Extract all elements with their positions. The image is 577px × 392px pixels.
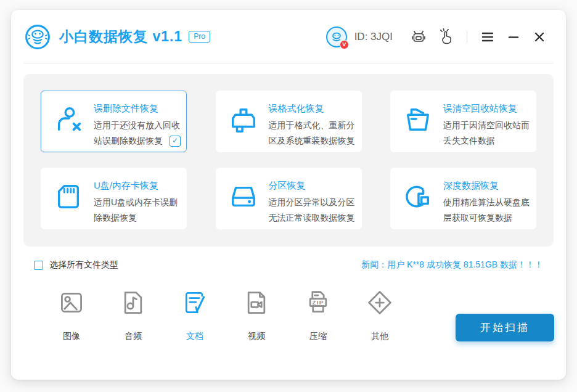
audio-file-icon <box>120 289 147 316</box>
svg-text:ZIP: ZIP <box>312 299 324 306</box>
minimize-button[interactable] <box>505 29 522 45</box>
pro-badge: Pro <box>189 31 210 43</box>
file-type-label: 音频 <box>120 331 147 342</box>
app-window: 小白数据恢复 v1.1 Pro V ID: 3JQI <box>11 10 566 380</box>
file-type-archive[interactable]: ZIP 压缩 <box>305 289 332 342</box>
title-bar: 小白数据恢复 v1.1 Pro V ID: 3JQI <box>11 10 566 63</box>
menu-button[interactable] <box>480 29 496 45</box>
card-description: 适用U盘或内存卡误删除数据恢复 <box>94 195 180 226</box>
card-title: 深度数据恢复 <box>443 180 530 192</box>
recovery-modes-panel: 误删除文件恢复 适用于还没有放入回收站误删除数据恢复 ✓ 误格式化恢复 适用于格… <box>23 74 554 247</box>
recycle-bin-icon <box>404 105 432 134</box>
card-partition-recovery[interactable]: 分区恢复 适用分区异常以及分区无法正常读取数据恢复 <box>216 168 362 229</box>
file-type-label: 视频 <box>243 331 270 342</box>
card-description: 适用于还没有放入回收站误删除数据恢复 <box>94 118 180 149</box>
card-selected-checkbox[interactable]: ✓ <box>170 136 181 147</box>
file-type-other[interactable]: 其他 <box>366 289 393 342</box>
select-all-checkbox[interactable] <box>34 261 43 270</box>
file-type-video[interactable]: 视频 <box>243 289 270 342</box>
user-avatar[interactable]: V <box>326 27 347 47</box>
titlebar-divider <box>467 31 467 43</box>
card-format-recovery[interactable]: 误格式化恢复 适用于格式化、重新分区及系统重装数据恢复 <box>216 91 362 152</box>
card-title: 误删除文件恢复 <box>94 103 180 115</box>
card-description: 使用精准算法从硬盘底层获取可恢复数据 <box>443 195 530 226</box>
file-type-label: 图像 <box>58 331 85 342</box>
vip-badge: V <box>340 40 349 49</box>
select-all-label: 选择所有文件类型 <box>49 259 118 271</box>
card-usb-sd-recovery[interactable]: U盘/内存卡恢复 适用U盘或内存卡误删除数据恢复 <box>41 168 187 229</box>
robot-assistant-icon[interactable] <box>409 28 428 46</box>
card-title: U盘/内存卡恢复 <box>94 180 180 192</box>
hard-drive-icon <box>229 182 258 211</box>
user-id-label: ID: 3JQI <box>354 31 393 43</box>
file-type-image[interactable]: 图像 <box>58 289 85 342</box>
card-deleted-file-recovery[interactable]: 误删除文件恢复 适用于还没有放入回收站误删除数据恢复 ✓ <box>41 91 187 152</box>
format-icon <box>229 105 258 134</box>
close-button[interactable] <box>531 29 547 45</box>
card-title: 误清空回收站恢复 <box>443 103 530 115</box>
card-recycle-bin-recovery[interactable]: 误清空回收站恢复 适用于因清空回收站而丢失文件数据 <box>390 91 536 152</box>
app-title: 小白数据恢复 v1.1 <box>59 27 182 46</box>
card-deep-recovery[interactable]: 深度数据恢复 使用精准算法从硬盘底层获取可恢复数据 <box>390 168 536 229</box>
other-file-icon <box>366 289 393 316</box>
document-file-icon <box>181 289 208 316</box>
zip-file-icon: ZIP <box>305 289 332 316</box>
news-ticker: 新闻：用户 K**8 成功恢复 81.51GB 数据！！！ <box>361 259 543 271</box>
file-type-label: 其他 <box>366 331 393 342</box>
deep-recovery-icon <box>404 182 432 211</box>
file-type-document[interactable]: 文档 <box>181 289 208 342</box>
start-scan-button[interactable]: 开始扫描 <box>456 314 554 341</box>
card-title: 误格式化恢复 <box>269 103 355 115</box>
app-logo-icon <box>25 24 51 50</box>
file-type-audio[interactable]: 音频 <box>120 289 147 342</box>
image-file-icon <box>58 289 85 316</box>
file-type-list: 图像 音频 <box>58 289 428 342</box>
card-description: 适用分区异常以及分区无法正常读取数据恢复 <box>269 195 355 226</box>
card-description: 适用于因清空回收站而丢失文件数据 <box>443 118 530 149</box>
card-description: 适用于格式化、重新分区及系统重装数据恢复 <box>269 118 355 149</box>
file-type-label: 压缩 <box>305 331 332 342</box>
click-hand-icon[interactable] <box>436 28 455 46</box>
card-title: 分区恢复 <box>269 180 355 192</box>
user-delete-icon <box>54 105 83 134</box>
sd-card-icon <box>54 182 83 211</box>
video-file-icon <box>243 289 270 316</box>
file-type-label: 文档 <box>181 331 208 342</box>
